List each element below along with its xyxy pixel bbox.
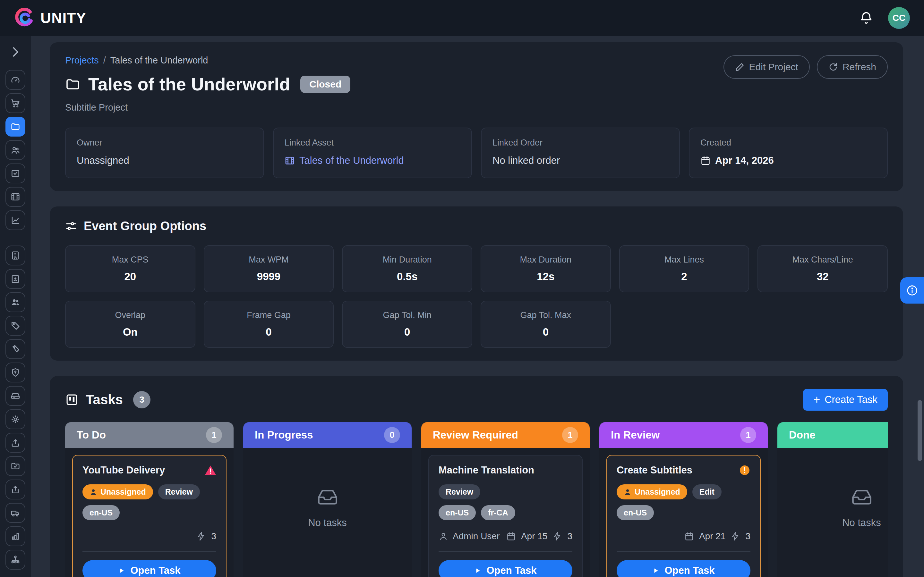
lightning-icon (552, 532, 562, 541)
option-card-overlap: Overlap On (65, 301, 195, 348)
option-value: 0 (349, 326, 465, 338)
person-icon (89, 488, 97, 496)
sidebar-item-contacts[interactable] (5, 269, 25, 289)
open-task-button[interactable]: Open Task (439, 560, 572, 577)
column-in-review: In Review 1 Create Subtitles Unassigned … (599, 422, 768, 577)
sidebar-item-export[interactable] (5, 480, 25, 500)
task-title: YouTube Delivery (82, 464, 165, 476)
square-check-icon (11, 169, 20, 178)
play-icon (652, 567, 659, 574)
assignee-name: Admin User (453, 531, 499, 542)
play-icon (474, 567, 481, 574)
truck-icon (11, 508, 20, 518)
breadcrumb-separator: / (103, 55, 106, 66)
sidebar-expand-chevron-icon[interactable] (8, 45, 23, 59)
language-pill: en-US (439, 505, 476, 520)
option-card-max-chars-line: Max Chars/Line 32 (758, 245, 888, 292)
linked-order-value: No linked order (493, 155, 668, 166)
created-card: Created Apr 14, 2026 (689, 127, 888, 178)
sidebar-item-projects[interactable] (5, 117, 25, 137)
column-count-badge: 1 (562, 427, 578, 443)
edit-project-button[interactable]: Edit Project (724, 55, 810, 79)
vertical-scrollbar-thumb[interactable] (918, 400, 922, 461)
calendar-icon (506, 532, 516, 541)
create-task-button[interactable]: + Create Task (803, 389, 888, 411)
sidebar-item-settings[interactable] (5, 409, 25, 429)
task-card-youtube-delivery[interactable]: YouTube Delivery Unassigned Review en-US (72, 455, 226, 577)
task-card-create-subtitles[interactable]: Create Subtitles Unassigned Edit en-US (606, 455, 761, 577)
created-date: Apr 14, 2026 (715, 155, 774, 166)
event-group-options-section: Event Group Options Max CPS 20 Max WPM 9… (50, 206, 903, 361)
sidebar-item-reports[interactable] (5, 526, 25, 546)
gauge-icon (11, 75, 20, 85)
warning-triangle-icon (205, 464, 216, 476)
column-to-do: To Do 1 YouTube Delivery Unassigned Revi… (65, 422, 234, 577)
brand-name: UNITY (40, 9, 86, 27)
sidebar-item-delivery[interactable] (5, 503, 25, 523)
linked-asset-link[interactable]: Tales of the Underworld (284, 155, 460, 166)
option-value: 32 (764, 271, 881, 283)
option-label: Max Chars/Line (764, 255, 881, 265)
notifications-bell-icon[interactable] (859, 11, 873, 25)
sidebar-item-upload[interactable] (5, 433, 25, 453)
calendar-icon (700, 155, 711, 166)
column-in-review-header: In Review 1 (599, 422, 768, 448)
language-pill: en-US (617, 505, 654, 520)
sidebar-item-storage[interactable] (5, 386, 25, 406)
card-divider (439, 551, 572, 552)
line-chart-icon (11, 215, 20, 225)
owner-value: Unassigned (77, 155, 252, 166)
due-date: Apr 21 (699, 531, 726, 542)
top-bar: UNITY CC (0, 0, 924, 36)
open-task-button[interactable]: Open Task (617, 560, 750, 577)
sidebar-item-tasks[interactable] (5, 163, 25, 183)
tags-icon (11, 344, 20, 354)
sidebar-item-tag[interactable] (5, 316, 25, 335)
option-value: 0 (211, 326, 327, 338)
open-task-label: Open Task (486, 565, 536, 576)
empty-state-label: No tasks (842, 517, 881, 529)
sidebar-item-organization[interactable] (5, 245, 25, 266)
sitemap-icon (11, 555, 20, 564)
tasks-count-badge: 3 (133, 391, 150, 408)
main-content: Projects / Tales of the Underworld Tales… (31, 36, 924, 577)
kanban-board-icon (65, 393, 79, 406)
option-value: 2 (626, 271, 742, 283)
sidebar-item-workflow[interactable] (5, 550, 25, 570)
sidebar-item-analytics[interactable] (5, 210, 25, 230)
sidebar-item-teams[interactable] (5, 140, 25, 160)
option-label: Overlap (72, 310, 188, 320)
task-card-machine-translation[interactable]: Machine Translation Review en-US fr-CA A… (428, 455, 583, 577)
breadcrumb-projects-link[interactable]: Projects (65, 55, 99, 66)
option-label: Min Duration (349, 255, 465, 265)
sidebar-item-media[interactable] (5, 187, 25, 207)
sidebar-item-dashboard[interactable] (5, 70, 25, 90)
info-fab-button[interactable] (900, 277, 924, 303)
refresh-icon (829, 62, 838, 72)
owner-card: Owner Unassigned (65, 127, 264, 178)
building-icon (11, 251, 20, 260)
status-badge: Closed (300, 76, 351, 93)
sidebar-item-orders[interactable] (5, 93, 25, 113)
sidebar-item-tags[interactable] (5, 339, 25, 359)
sidebar-item-users[interactable] (5, 292, 25, 312)
priority-count: 3 (567, 531, 572, 542)
sliders-icon (65, 220, 78, 232)
avatar[interactable]: CC (888, 7, 910, 29)
refresh-button[interactable]: Refresh (817, 55, 888, 79)
breadcrumb: Projects / Tales of the Underworld (65, 55, 351, 66)
option-label: Max Lines (626, 255, 742, 265)
sidebar (0, 36, 31, 577)
cart-icon (11, 98, 20, 108)
sidebar-item-project-files[interactable] (5, 456, 25, 476)
option-label: Gap Tol. Max (488, 310, 604, 320)
refresh-label: Refresh (843, 61, 876, 73)
option-card-max-duration: Max Duration 12s (481, 245, 611, 292)
sidebar-item-security[interactable] (5, 363, 25, 382)
column-count-badge: 0 (384, 427, 400, 443)
open-task-button[interactable]: Open Task (82, 560, 216, 577)
linked-asset-name: Tales of the Underworld (299, 155, 404, 166)
assignee-label: Unassigned (100, 487, 146, 496)
workflow-pill: Edit (692, 484, 722, 500)
folder-icon (11, 122, 20, 131)
